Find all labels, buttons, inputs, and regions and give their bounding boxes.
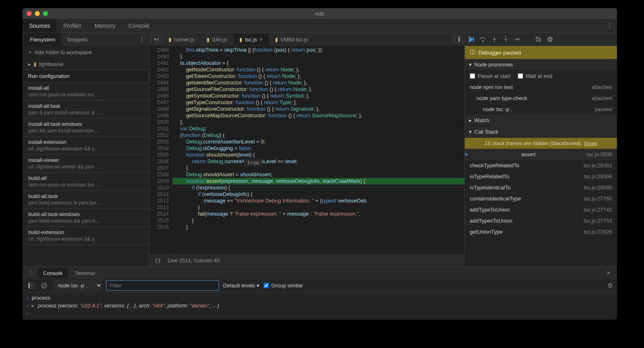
execution-context-select[interactable]: node tsc -p . [53,280,102,291]
editor-tab[interactable]: ▮runner.js [163,34,200,45]
process-row[interactable]: node yarn type-checkattached [465,93,617,104]
frame-location: tsc.js:29080 [584,184,612,191]
run-config-header: Run configuration [23,70,149,82]
panel-title: Call Stack [474,129,498,135]
file-icon: ▮ [275,36,278,43]
frame-location: tsc.js:29383 [584,162,612,168]
run-config-item[interactable]: build-all:taskyarn build-extension & yar… [23,191,149,209]
run-config-item[interactable]: install-extensioncd ./lighthouse-extensi… [23,136,149,155]
console-tab-terminal[interactable]: Terminal [70,268,100,278]
nav-back-icon[interactable] [151,35,162,44]
callstack-header[interactable]: ▾ Call Stack [465,126,617,138]
stack-frame[interactable]: getUnionTypetsc.js:27826 [465,226,617,237]
file-icon: ▮ [207,36,209,43]
run-config-name: install-all [28,85,143,91]
tab-memory[interactable]: Memory [88,19,122,32]
expand-icon[interactable]: ▸ [32,303,34,309]
console-output[interactable]: › process ‹ ▸ process {version: "v10.4.1… [23,292,617,320]
run-config-item[interactable]: build-allnpm-run-posix-or-windows bui… [23,173,149,191]
code-content[interactable]: this.skipTrivia = skipTrivia || (functio… [173,46,464,254]
braces-icon[interactable]: {} [155,257,161,264]
editor-tab[interactable]: ▮tsc.js× [234,34,269,45]
step-over-button[interactable] [480,36,486,43]
traffic-lights [27,11,48,16]
close-drawer-icon[interactable]: × [603,269,614,277]
run-config-cmd: yarn build-extension && yarn b… [28,218,143,224]
minimize-window-button[interactable] [35,11,40,16]
run-config-item[interactable]: build-extensioncd ./lighthouse-extension… [23,227,149,245]
stack-frame[interactable]: containsIdenticalTypetsc.js:27760 [465,193,617,204]
tab-profiler[interactable]: Profiler [57,19,88,32]
chevron-down-icon: ▾ [469,129,472,135]
show-blackboxed-link[interactable]: Show [584,140,597,146]
stack-frame[interactable]: addTypeToUniontsc.js:27742 [465,204,617,215]
chevron-down-icon: ▾ [469,61,472,68]
add-folder-button[interactable]: + Add folder to workspace [23,46,149,59]
console-filter-input[interactable] [106,280,219,291]
run-config-name: build-extension [28,229,143,235]
stack-frame[interactable]: addTypesToUniontsc.js:27753 [465,215,617,226]
debug-controls [465,33,617,46]
plus-icon: + [28,49,32,55]
tab-sources[interactable]: Sources [23,19,57,32]
process-status: attached [592,95,612,101]
process-name: node tsc -p . [483,106,512,112]
fs-tab-snippets[interactable]: Snippets [61,33,93,46]
show-console-sidebar-icon[interactable] [27,282,36,289]
run-config-item[interactable]: install-viewercd ./lighthouse-viewer && … [23,155,149,173]
editor-area: ▮runner.js▮i18n.js▮tsc.js×▮VM69 tsc.js 2… [150,33,464,266]
node-processes-header[interactable]: ▾ Node processes [465,59,617,71]
fs-more-icon[interactable]: ⋮ [134,36,149,43]
run-config-item[interactable]: install-allnpm-run-posix-or-windows ins… [23,82,149,100]
frame-location: tsc.js:27760 [584,196,612,202]
console-result-line: ‹ ▸ process {version: "v10.4.1", version… [27,302,613,309]
stack-frame[interactable]: isTypeRelatedTotsc.js:29366 [465,171,617,182]
run-config-cmd: npm-run-posix-or-windows ins… [28,92,143,98]
tab-label: i18n.js [212,36,228,43]
console-prompt[interactable]: › [27,309,613,317]
console-tab-console[interactable]: Console [38,268,68,278]
stack-frame[interactable]: checkTypeRelatedTotsc.js:29383 [465,160,617,171]
pause-exceptions-button[interactable] [547,36,553,43]
log-level-select[interactable]: Default levels ▾ [223,282,259,289]
maximize-window-button[interactable] [43,11,48,16]
clear-console-icon[interactable] [40,282,49,289]
callstack-list: asserttsc.js:2509checkTypeRelatedTotsc.j… [465,149,617,237]
stack-frame[interactable]: asserttsc.js:2509 [465,149,617,160]
close-window-button[interactable] [27,11,32,16]
code-body[interactable]: 2489249024912492249324942495249624972498… [150,46,464,254]
close-tab-icon[interactable]: × [259,36,263,43]
fs-tab-filesystem[interactable]: Filesystem [24,33,61,46]
step-out-button[interactable] [503,36,509,43]
run-config-item[interactable]: install-all:taskyarn & yarn install-exte… [23,100,149,118]
run-config-name: build-all [28,175,143,181]
stack-frame[interactable]: isTypeIdenticalTotsc.js:29080 [465,182,617,193]
process-row[interactable]: node npm run testattached [465,82,617,93]
tab-console[interactable]: Console [122,19,156,32]
tab-label: runner.js [174,36,194,43]
folder-lighthouse[interactable]: ▸ ▮ lighthouse [23,59,149,70]
step-into-button[interactable] [491,36,498,43]
toggle-navigator-icon[interactable] [452,35,463,44]
console-menu-icon[interactable]: ⋮ [26,268,36,278]
run-config-cmd: yarn && yarn install-extension … [28,128,143,134]
process-name: node npm run test [470,84,513,90]
run-config-name: build-all:task:windows [28,211,143,217]
process-row[interactable]: node tsc -p .paused [465,104,617,115]
wait-at-end-checkbox[interactable]: Wait at end [518,73,552,79]
prompt-icon: › [27,310,28,316]
editor-tab[interactable]: ▮VM69 tsc.js [269,34,314,45]
run-config-item[interactable]: build-all:task:windowsyarn build-extensi… [23,209,149,227]
deactivate-breakpoints-button[interactable] [535,36,542,43]
editor-tab[interactable]: ▮i18n.js [201,34,233,45]
step-button[interactable] [514,36,521,43]
resume-button[interactable] [468,36,475,43]
run-config-name: install-extension [28,139,143,145]
group-similar-checkbox[interactable]: Group similar [264,282,303,289]
console-settings-icon[interactable]: ⚙ [607,282,613,289]
more-menu-icon[interactable]: ⋮ [602,22,617,30]
pause-at-start-checkbox[interactable]: Pause at start [470,73,510,79]
run-config-item[interactable]: install-all:task:windowsyarn && yarn ins… [23,118,149,136]
watch-header[interactable]: ▸ Watch [465,115,617,126]
chevron-right-icon: ▸ [28,61,31,67]
